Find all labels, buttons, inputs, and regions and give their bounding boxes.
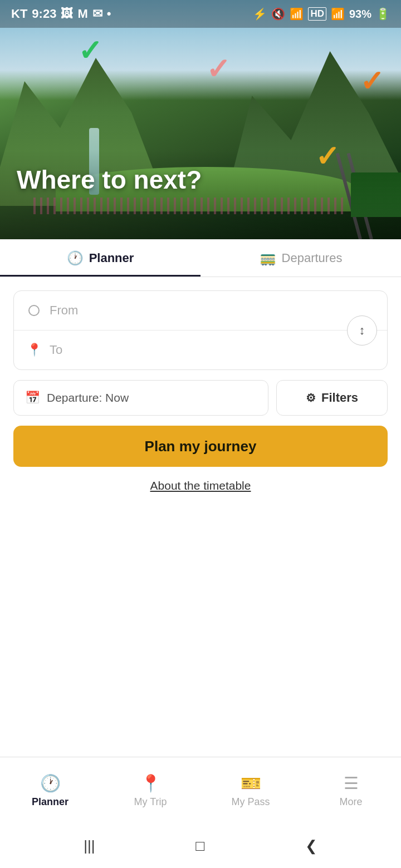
system-nav: ||| □ ❮ bbox=[0, 823, 401, 868]
from-label: From bbox=[50, 303, 374, 318]
status-right: ⚡ 🔇 📶 HD 📶 93% 🔋 bbox=[253, 7, 390, 21]
circle-icon bbox=[28, 305, 40, 316]
planner-tab-icon: 🕐 bbox=[67, 250, 84, 266]
form-area: From 📍 To ↕ 📅 Departure: Now ⚙ Filters P… bbox=[0, 277, 401, 498]
mute-icon: 🔇 bbox=[271, 7, 285, 21]
bottom-nav: 🕐 Planner 📍 My Trip 🎫 My Pass ☰ More bbox=[0, 757, 401, 823]
to-icon: 📍 bbox=[27, 343, 41, 357]
wifi-icon: 📶 bbox=[290, 7, 304, 21]
chevron-orange-icon: ✓ bbox=[360, 67, 384, 96]
dot-icon: • bbox=[107, 7, 111, 21]
filter-icon: ⚙ bbox=[306, 391, 316, 405]
bluetooth-icon: ⚡ bbox=[253, 7, 267, 21]
hd-icon: HD bbox=[308, 7, 326, 21]
filters-button[interactable]: ⚙ Filters bbox=[276, 380, 388, 416]
nav-more-label: More bbox=[339, 796, 362, 808]
swap-button[interactable]: ↕ bbox=[347, 315, 377, 346]
hero-image: ✓ ✓ ✓ ✓ Where to next? bbox=[0, 0, 401, 239]
tab-bar: 🕐 Planner 🚃 Departures bbox=[0, 239, 401, 277]
departures-tab-icon: 🚃 bbox=[260, 250, 276, 266]
back-button[interactable]: ❮ bbox=[305, 837, 317, 855]
photo-icon: 🖼 bbox=[61, 7, 73, 21]
to-label: To bbox=[50, 343, 374, 357]
time-label: 9:23 bbox=[32, 7, 56, 21]
departure-label: Departure: Now bbox=[47, 391, 129, 405]
nav-mytrip-label: My Trip bbox=[134, 796, 167, 808]
battery-label: 93% bbox=[349, 8, 371, 21]
nav-planner-label: Planner bbox=[32, 796, 69, 808]
chevron-green-icon: ✓ bbox=[78, 36, 102, 65]
status-bar: KT 9:23 🖼 M ✉ • ⚡ 🔇 📶 HD 📶 93% 🔋 bbox=[0, 0, 401, 28]
nav-item-mytrip[interactable]: 📍 My Trip bbox=[100, 768, 200, 813]
chevron-pink-icon: ✓ bbox=[206, 55, 231, 83]
home-button[interactable]: □ bbox=[195, 837, 204, 855]
filters-label: Filters bbox=[321, 391, 358, 405]
nav-mypass-icon: 🎫 bbox=[241, 773, 261, 793]
nav-mypass-label: My Pass bbox=[231, 796, 270, 808]
route-card: From 📍 To ↕ bbox=[13, 290, 388, 370]
tab-planner[interactable]: 🕐 Planner bbox=[0, 239, 200, 277]
nav-more-icon: ☰ bbox=[344, 773, 359, 793]
signal-icon: 📶 bbox=[331, 7, 345, 21]
controls-row: 📅 Departure: Now ⚙ Filters bbox=[13, 380, 388, 416]
from-icon bbox=[27, 304, 41, 317]
chevron-gold-icon: ✓ bbox=[315, 142, 340, 171]
notification-icon: ✉ bbox=[92, 7, 102, 21]
nav-item-mypass[interactable]: 🎫 My Pass bbox=[200, 768, 301, 813]
nav-item-more[interactable]: ☰ More bbox=[301, 768, 401, 813]
tab-departures[interactable]: 🚃 Departures bbox=[200, 239, 401, 277]
departures-tab-label: Departures bbox=[282, 251, 343, 265]
plan-journey-button[interactable]: Plan my journey bbox=[13, 426, 388, 467]
pin-icon: 📍 bbox=[27, 343, 42, 357]
carrier-label: KT bbox=[11, 7, 27, 21]
battery-icon: 🔋 bbox=[376, 7, 390, 21]
main-content: 🕐 Planner 🚃 Departures From 📍 To ↕ bbox=[0, 239, 401, 782]
hero-title: Where to next? bbox=[17, 165, 202, 195]
nav-planner-icon: 🕐 bbox=[40, 773, 61, 793]
planner-tab-label: Planner bbox=[89, 251, 134, 265]
timetable-link[interactable]: About the timetable bbox=[13, 479, 388, 498]
from-row[interactable]: From bbox=[14, 291, 387, 331]
recent-apps-button[interactable]: ||| bbox=[84, 837, 95, 855]
departure-button[interactable]: 📅 Departure: Now bbox=[13, 380, 268, 416]
status-left: KT 9:23 🖼 M ✉ • bbox=[11, 7, 111, 21]
nav-mytrip-icon: 📍 bbox=[140, 773, 161, 793]
calendar-icon: 📅 bbox=[25, 391, 40, 405]
nav-item-planner[interactable]: 🕐 Planner bbox=[0, 768, 100, 813]
mail-icon: M bbox=[77, 7, 87, 21]
hero-overlay bbox=[0, 150, 401, 239]
to-row[interactable]: 📍 To bbox=[14, 331, 387, 369]
